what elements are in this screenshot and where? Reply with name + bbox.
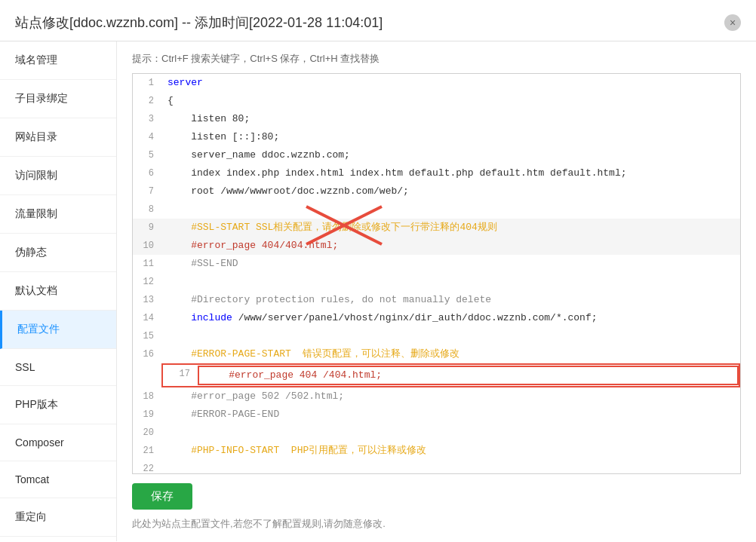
close-button[interactable]: × — [724, 14, 741, 31]
table-row: 8 — [133, 201, 740, 219]
table-row: 6 index index.php index.html index.htm d… — [133, 164, 740, 182]
table-row: 1server — [133, 74, 740, 92]
table-row: 11 #SSL-END — [133, 255, 740, 273]
footer-note: 此处为站点主配置文件,若您不了解配置规则,请勿随意修改. — [132, 517, 741, 531]
sidebar-item-pseudo-static[interactable]: 伪静态 — [0, 234, 116, 272]
title-bar: 站点修改[ddoc.wzznb.com] -- 添加时间[2022-01-28 … — [0, 0, 756, 41]
line-number: 19 — [133, 406, 161, 423]
sidebar-item-flow-limit[interactable]: 流量限制 — [0, 195, 116, 234]
line-content: server_name ddoc.wzznb.com; — [161, 147, 740, 164]
window-title: 站点修改[ddoc.wzznb.com] -- 添加时间[2022-01-28 … — [15, 14, 383, 32]
table-row: 9 #SSL-START SSL相关配置，请勿删除或修改下一行带注释的404规则 — [133, 219, 740, 237]
line-content: #ERROR-PAGE-END — [161, 406, 740, 423]
line-content: { — [161, 93, 740, 109]
line-number: 4 — [133, 129, 161, 145]
code-editor[interactable]: 1server2{3 listen 80;4 listen [::]:80;5 … — [132, 73, 741, 474]
main-layout: 域名管理子目录绑定网站目录访问限制流量限制伪静态默认文档配置文件SSLPHP版本… — [0, 41, 756, 541]
sidebar-item-ssl[interactable]: SSL — [0, 349, 116, 386]
table-row: 5 server_name ddoc.wzznb.com; — [133, 146, 740, 164]
sidebar-item-access-limit[interactable]: 访问限制 — [0, 157, 116, 195]
sidebar-item-website-dir[interactable]: 网站目录 — [0, 118, 116, 157]
content-area: 提示：Ctrl+F 搜索关键字，Ctrl+S 保存，Ctrl+H 查找替换 1s… — [117, 41, 756, 541]
table-row: 12 — [133, 273, 740, 291]
line-number: 5 — [133, 147, 161, 164]
window: 站点修改[ddoc.wzznb.com] -- 添加时间[2022-01-28 … — [0, 0, 756, 542]
line-content: root /www/wwwroot/doc.wzznb.com/web/; — [161, 183, 740, 200]
line-number: 18 — [133, 388, 161, 405]
sidebar-item-php-version[interactable]: PHP版本 — [0, 386, 116, 424]
action-bar: 保存 — [132, 474, 741, 510]
sidebar-item-domain[interactable]: 域名管理 — [0, 41, 116, 80]
line-number: 17 — [169, 366, 198, 382]
line-number: 16 — [133, 346, 161, 363]
table-row: 4 listen [::]:80; — [133, 128, 740, 146]
table-row: 7 root /www/wwwroot/doc.wzznb.com/web/; — [133, 182, 740, 201]
line-number: 21 — [133, 442, 161, 459]
line-number: 9 — [133, 219, 161, 236]
line-content: index index.php index.html index.htm def… — [161, 165, 740, 182]
sidebar-item-redirect[interactable]: 重定向 — [0, 498, 116, 537]
line-number: 1 — [133, 75, 161, 91]
table-row: 21 #PHP-INFO-START PHP引用配置，可以注释或修改 — [133, 442, 740, 460]
table-row: 22 — [133, 460, 740, 474]
line-content: include /www/server/panel/vhost/nginx/di… — [161, 310, 740, 326]
line-number: 14 — [133, 310, 161, 326]
line-number: 11 — [133, 256, 161, 272]
line-content: #SSL-END — [161, 256, 740, 272]
table-row: 16 #ERROR-PAGE-START 错误页配置，可以注释、删除或修改 — [133, 345, 740, 363]
line-content: #SSL-START SSL相关配置，请勿删除或修改下一行带注释的404规则 — [161, 219, 740, 236]
line-content: listen [::]:80; — [161, 129, 740, 145]
sidebar: 域名管理子目录绑定网站目录访问限制流量限制伪静态默认文档配置文件SSLPHP版本… — [0, 41, 117, 541]
sidebar-item-tomcat[interactable]: Tomcat — [0, 461, 116, 498]
line-number: 6 — [133, 165, 161, 182]
table-row: 15 — [133, 327, 740, 345]
table-row: 20 — [133, 424, 740, 442]
table-row: 2{ — [133, 92, 740, 110]
table-row: 14 include /www/server/panel/vhost/nginx… — [133, 309, 740, 327]
table-row: 18 #error_page 502 /502.html; — [133, 387, 740, 406]
sidebar-item-subdir[interactable]: 子目录绑定 — [0, 80, 116, 118]
line-number: 13 — [133, 292, 161, 308]
table-row: 13 #Directory protection rules, do not m… — [133, 291, 740, 309]
line-number: 20 — [133, 424, 161, 441]
sidebar-item-composer[interactable]: Composer — [0, 424, 116, 461]
sidebar-item-default-doc[interactable]: 默认文档 — [0, 272, 116, 311]
hint-bar: 提示：Ctrl+F 搜索关键字，Ctrl+S 保存，Ctrl+H 查找替换 — [132, 52, 741, 66]
line-number: 2 — [133, 93, 161, 109]
table-row: 19 #ERROR-PAGE-END — [133, 406, 740, 424]
table-row: 3 listen 80; — [133, 110, 740, 128]
line-number: 10 — [133, 237, 161, 254]
save-button[interactable]: 保存 — [132, 483, 192, 510]
close-icon: × — [730, 17, 736, 29]
line-number: 15 — [133, 328, 161, 344]
line-content: #ERROR-PAGE-START 错误页配置，可以注释、删除或修改 — [161, 346, 740, 363]
line-content: #error_page 502 /502.html; — [161, 388, 740, 405]
line-content: listen 80; — [161, 111, 740, 127]
line-number: 12 — [133, 274, 161, 290]
line-number: 22 — [133, 461, 161, 474]
line-content: #PHP-INFO-START PHP引用配置，可以注释或修改 — [161, 442, 740, 459]
line-content: server — [161, 75, 740, 91]
line-number: 8 — [133, 201, 161, 218]
table-row: 17 #error_page 404 /404.html; — [161, 363, 740, 387]
sidebar-item-config-file[interactable]: 配置文件 — [0, 311, 116, 349]
line-number: 3 — [133, 111, 161, 127]
line-content: #error_page 404/404.html; — [161, 237, 740, 254]
line-number: 7 — [133, 183, 161, 200]
line-content: #Directory protection rules, do not manu… — [161, 292, 740, 308]
table-row: 10 #error_page 404/404.html; — [133, 237, 740, 255]
line-content: #error_page 404 /404.html; — [199, 367, 737, 384]
